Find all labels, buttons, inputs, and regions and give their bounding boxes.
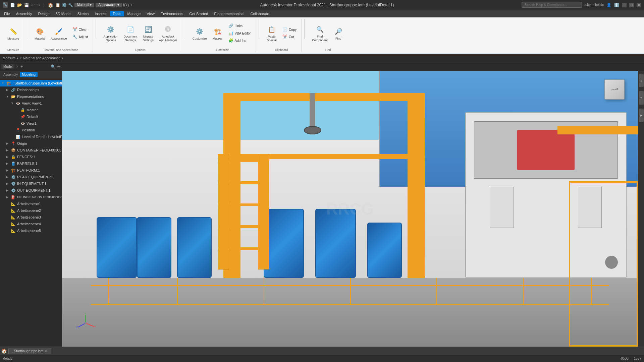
tree-container[interactable]: ▶ 📦 CONTAINER.FEOD-00303735:1 [0,147,62,154]
doc-settings-button[interactable]: 📄 DocumentSettings [121,23,139,44]
tree-master[interactable]: 🔒 Master [0,107,62,113]
menu-getstarted[interactable]: Get Started [186,11,211,16]
appearance-dropdown[interactable]: Appearance ▾ [96,3,122,7]
info-icon[interactable]: ℹ️ [614,3,619,7]
tree-in-equipment[interactable]: ▶ ⚙️ IN EQUIPMENT:1 [0,180,62,187]
tree-barrels[interactable]: ▶ 🛢️ BARRELS:1 [0,160,62,167]
tree-origin[interactable]: ▶ 📍 Origin [0,140,62,147]
menu-design[interactable]: Design [35,11,52,16]
tree-fences[interactable]: ▶ 🔒 FENCES:1 [0,154,62,160]
material-dropdown[interactable]: Material ▾ [74,3,94,7]
icon3[interactable]: 🔧 [68,3,73,7]
tree-relationships[interactable]: ▶ 🔗 Relationships [0,86,62,93]
barrel-1 [97,217,137,278]
migrate-icon: 🔄 [143,24,154,35]
viewcube-face[interactable]: Front [604,79,625,100]
quick-access-undo[interactable]: ↩ [31,3,35,7]
tree-root[interactable]: ▼ 🏗️ _Startbaugruppe.iam (LevelofDetail1… [0,80,62,86]
menu-3dmodel[interactable]: 3D Model [53,11,74,16]
container-arrow: ▶ [6,148,11,152]
tree-arbeitsebene2[interactable]: 📐 Arbeitsebene2 [0,207,62,214]
lod-label: Level of Detail : LevelofDetail1 [22,135,62,139]
addins-button[interactable]: 🧩 Add-Ins [226,37,253,44]
quick-access-new[interactable]: 📄 [10,3,15,7]
breadcrumb-measure[interactable]: Measure ▾ [3,56,18,60]
menu-view[interactable]: View [144,11,157,16]
right-panel-btn-3[interactable]: ▶ [639,109,644,122]
tree-rear-equipment[interactable]: ▶ ⚙️ REAR EQUIPMENT:1 [0,174,62,180]
formula-icon[interactable]: f(x) [123,3,129,7]
menu-assembly[interactable]: Assembly [13,11,35,16]
copy-button[interactable]: 📄 Copy [280,26,299,33]
breadcrumb-bar: Measure ▾ ▾ Material and Appearance ▾ [0,54,644,62]
app-manager-button[interactable]: 🅐 AutodeskApp Manager [157,23,179,44]
menu-electromechanical[interactable]: Electromechanical [212,11,247,16]
find-button[interactable]: 🔎 Find [331,25,346,42]
maximize-btn[interactable]: □ [629,3,634,7]
tab-model[interactable]: Model [1,64,14,69]
sign-in-icon[interactable]: 👤 [606,3,611,7]
viewport-tab-startbaugruppe[interactable]: _Startbaugruppe.iam ✕ [8,348,51,354]
tree-position[interactable]: 📍 Position [0,127,62,133]
model-close-icon[interactable]: ✕ [16,65,18,68]
view1-label: View: View1 [22,101,42,105]
quick-access-redo[interactable]: ↪ [37,3,40,7]
menu-manage[interactable]: Manage [125,11,144,16]
minimize-btn[interactable]: ─ [622,3,627,7]
close-btn[interactable]: ✕ [637,3,641,7]
appearance-button[interactable]: 🖌️ Appearance [49,25,69,42]
tab-assembly[interactable]: Assembly [1,72,20,77]
tree-filling-station[interactable]: ▶ ⛽ FILLING STATION FEOD-00303879:1 (~1) [0,194,62,200]
search-input[interactable] [522,2,582,8]
menu-inspect[interactable]: Inspect [92,11,109,16]
tree-view1-item[interactable]: 👁️ View1 [0,120,62,127]
find-component-button[interactable]: 🔍 FindComponent [310,23,330,44]
menu-sketch[interactable]: Sketch [75,11,92,16]
icon1[interactable]: 📋 [55,3,60,7]
migrate-settings-button[interactable]: 🔄 MigrateSettings [141,23,156,44]
adjust-button[interactable]: 🔧 Adjust [70,34,90,40]
menu-collaborate[interactable]: Collaborate [248,11,272,16]
breadcrumb-appearance[interactable]: Material and Appearance ▾ [23,56,63,60]
tree-arbeitsebene4[interactable]: 📐 Arbeitsebene4 [0,221,62,227]
home-icon[interactable]: 🏠 [48,2,53,8]
macros-button[interactable]: 🏗️ Macros [210,25,225,42]
lod-icon: 📊 [15,134,21,139]
menu-file[interactable]: File [1,11,13,16]
clear-button[interactable]: ✂️ Clear [70,26,90,33]
right-panel-btn-1[interactable]: ▲ [639,74,644,87]
right-panel-btn-2[interactable]: ▼ [639,91,644,105]
tree-platform[interactable]: ▶ 🏗️ PLATFORM:1 [0,167,62,174]
tab-modeling[interactable]: Modeling [20,72,38,77]
home-icon-tab[interactable]: 🏠 [1,348,7,354]
vba-button[interactable]: 📊 VBA Editor [226,30,253,37]
quick-access-open[interactable]: 📂 [17,3,22,7]
measure-button[interactable]: 📏 Measure [5,25,21,42]
cut-button[interactable]: ✂️ Cut [280,34,299,40]
paste-special-button[interactable]: 📋 PasteSpecial [264,23,279,44]
tree-arbeitsebene5[interactable]: 📐 Arbeitsebene5 [0,227,62,234]
tree-default[interactable]: 📌 Default [0,113,62,120]
app-options-button[interactable]: ⚙️ ApplicationOptions [101,23,120,44]
add-tab-btn[interactable]: + [20,64,23,69]
icon2[interactable]: ⚙️ [62,3,67,7]
root-arrow: ▼ [1,81,6,85]
material-button[interactable]: 🎨 Material [33,25,47,42]
tree-levelofdetail[interactable]: 📊 Level of Detail : LevelofDetail1 [0,133,62,140]
customize-button[interactable]: ⚙️ Customize [191,25,209,42]
viewcube[interactable]: Front [601,76,628,103]
tree-representations[interactable]: ▼ 📂 Representations [0,93,62,100]
tree-view1[interactable]: ▼ 👁️ View: View1 [0,100,62,107]
tree-out-equipment[interactable]: ▶ ⚙️ OUT EQUIPMENT:1 [0,187,62,194]
viewport[interactable]: X Y Z Front RRCG [62,71,638,347]
plus-icon[interactable]: + [130,3,132,7]
search-panel-icon[interactable]: 🔍 [51,64,56,69]
tree-arbeitsebene1[interactable]: 📐 Arbeitsebene1 [0,200,62,207]
quick-access-save[interactable]: 💾 [24,3,29,7]
menu-tools[interactable]: Tools [110,11,124,16]
panel-menu-icon[interactable]: ☰ [57,64,61,69]
tab-close-icon[interactable]: ✕ [45,349,48,353]
menu-environments[interactable]: Environments [158,11,186,16]
links-button[interactable]: 🔗 Links [226,22,253,29]
tree-arbeitsebene3[interactable]: 📐 Arbeitsebene3 [0,214,62,221]
